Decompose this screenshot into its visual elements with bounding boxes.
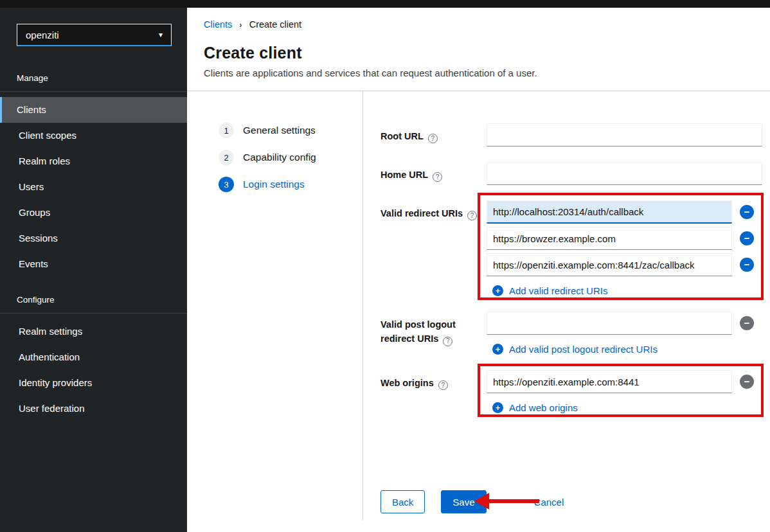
field-label-text: Web origins xyxy=(381,378,434,388)
add-valid-redirect-uris-link[interactable]: + Add valid redirect URIs xyxy=(492,285,607,296)
sidebar-section-manage: Manage Clients Client scopes Realm roles… xyxy=(0,73,187,277)
back-button[interactable]: Back xyxy=(381,490,425,513)
help-icon[interactable]: ? xyxy=(438,380,448,390)
post-logout-uri-row: − xyxy=(487,312,762,335)
sidebar-item-identity-providers[interactable]: Identity providers xyxy=(0,370,187,396)
wizard-step-general-settings[interactable]: 1 General settings xyxy=(219,123,363,138)
post-logout-uris-group: − + Add valid post logout redirect URIs xyxy=(487,312,762,355)
sidebar-item-authentication[interactable]: Authentication xyxy=(0,344,187,370)
add-link-label: Add valid redirect URIs xyxy=(509,285,607,296)
field-home-url: Home URL? xyxy=(381,162,762,185)
page-header: Clients › Create client Create client Cl… xyxy=(187,8,770,78)
section-title-manage: Manage xyxy=(0,73,187,92)
main-content: Clients › Create client Create client Cl… xyxy=(187,8,770,532)
section-title-configure: Configure xyxy=(0,295,187,314)
web-origin-row: − xyxy=(487,370,762,393)
redirect-uris-group: − − − + Add valid redirect URIs xyxy=(487,200,762,296)
arrow-shaft xyxy=(487,499,539,503)
field-label-home-url: Home URL? xyxy=(381,162,487,185)
wizard-step-login-settings[interactable]: 3 Login settings xyxy=(219,177,363,192)
redirect-uri-input-1[interactable] xyxy=(487,200,732,224)
web-origins-group: − + Add web origins xyxy=(487,370,762,413)
help-icon[interactable]: ? xyxy=(443,337,452,346)
step-label: General settings xyxy=(243,125,316,136)
sidebar-section-configure: Configure Realm settings Authentication … xyxy=(0,295,187,421)
minus-icon: − xyxy=(744,375,750,388)
page-title: Create client xyxy=(204,44,770,62)
redirect-uri-input-2[interactable] xyxy=(487,227,732,250)
add-link-label: Add valid post logout redirect URIs xyxy=(509,344,658,355)
remove-redirect-uri-button[interactable]: − xyxy=(740,258,754,272)
login-settings-form: Root URL? Home URL? Valid redirect URIs? xyxy=(363,91,770,520)
redirect-uri-row: − xyxy=(487,227,762,250)
field-label-valid-redirect-uris: Valid redirect URIs? xyxy=(381,200,487,296)
plus-icon: + xyxy=(492,402,503,413)
field-label-text: Valid post logout xyxy=(381,319,456,330)
add-valid-post-logout-redirect-uris-link[interactable]: + Add valid post logout redirect URIs xyxy=(492,344,658,355)
chevron-down-icon: ▾ xyxy=(159,30,163,39)
plus-icon: + xyxy=(492,285,503,296)
sidebar-item-client-scopes[interactable]: Client scopes xyxy=(0,123,187,148)
sidebar-item-user-federation[interactable]: User federation xyxy=(0,396,187,421)
minus-icon: − xyxy=(744,317,750,330)
field-label-text: Root URL xyxy=(381,131,424,141)
field-label-web-origins: Web origins? xyxy=(381,370,487,413)
page-subtitle: Clients are applications and services th… xyxy=(204,67,770,78)
help-icon[interactable]: ? xyxy=(433,172,442,182)
wizard-nav: 1 General settings 2 Capability config 3… xyxy=(187,91,363,520)
add-web-origins-link[interactable]: + Add web origins xyxy=(492,402,578,413)
sidebar-item-clients[interactable]: Clients xyxy=(0,97,187,123)
redirect-uri-row: − xyxy=(487,200,762,224)
root-url-input[interactable] xyxy=(487,123,762,146)
redirect-uri-row: − xyxy=(487,253,762,276)
remove-post-logout-uri-button-disabled[interactable]: − xyxy=(740,316,754,330)
step-label: Capability config xyxy=(243,152,316,163)
wizard-step-capability-config[interactable]: 2 Capability config xyxy=(219,150,363,165)
plus-icon: + xyxy=(492,344,503,355)
step-number-badge: 3 xyxy=(219,177,234,192)
breadcrumb-current: Create client xyxy=(249,19,301,30)
field-valid-redirect-uris: Valid redirect URIs? − − xyxy=(381,200,762,296)
field-label-text: redirect URIs xyxy=(381,333,438,344)
breadcrumb-chevron-icon: › xyxy=(239,20,242,30)
remove-redirect-uri-button[interactable]: − xyxy=(740,231,754,245)
step-label: Login settings xyxy=(243,179,305,190)
minus-icon: − xyxy=(744,232,750,245)
post-logout-uri-input[interactable] xyxy=(487,312,732,335)
field-label-valid-post-logout: Valid post logout redirect URIs? xyxy=(381,312,487,355)
remove-redirect-uri-button[interactable]: − xyxy=(740,205,754,219)
minus-icon: − xyxy=(744,258,750,271)
add-link-label: Add web origins xyxy=(509,402,578,413)
top-bar xyxy=(0,0,770,8)
field-label-text: Valid redirect URIs xyxy=(381,208,463,218)
field-web-origins: Web origins? − + Add web origins xyxy=(381,370,762,413)
field-root-url: Root URL? xyxy=(381,123,762,146)
breadcrumb-link-clients[interactable]: Clients xyxy=(204,19,232,30)
realm-selector-dropdown[interactable]: openziti ▾ xyxy=(17,24,172,46)
form-actions: Back Save Cancel xyxy=(381,490,762,513)
step-number-badge: 2 xyxy=(219,150,234,165)
field-label-root-url: Root URL? xyxy=(381,123,487,146)
breadcrumb: Clients › Create client xyxy=(204,19,770,30)
sidebar-item-realm-settings[interactable]: Realm settings xyxy=(0,319,187,344)
field-valid-post-logout-redirect-uris: Valid post logout redirect URIs? − + Add… xyxy=(381,312,762,355)
sidebar: openziti ▾ Manage Clients Client scopes … xyxy=(0,8,187,532)
realm-selector-value: openziti xyxy=(26,30,59,40)
web-origin-input[interactable] xyxy=(487,370,732,393)
sidebar-item-realm-roles[interactable]: Realm roles xyxy=(0,148,187,174)
remove-web-origin-button-disabled[interactable]: − xyxy=(740,375,754,389)
sidebar-item-groups[interactable]: Groups xyxy=(0,200,187,226)
sidebar-item-events[interactable]: Events xyxy=(0,251,187,277)
redirect-uri-input-3[interactable] xyxy=(487,253,732,276)
save-button[interactable]: Save xyxy=(441,490,486,513)
step-number-badge: 1 xyxy=(219,123,234,138)
sidebar-item-sessions[interactable]: Sessions xyxy=(0,226,187,251)
home-url-input[interactable] xyxy=(487,162,762,185)
help-icon[interactable]: ? xyxy=(467,211,477,220)
sidebar-item-users[interactable]: Users xyxy=(0,174,187,200)
cancel-link[interactable]: Cancel xyxy=(534,497,564,508)
minus-icon: − xyxy=(744,206,750,218)
field-label-text: Home URL xyxy=(381,170,428,180)
help-icon[interactable]: ? xyxy=(428,134,438,143)
